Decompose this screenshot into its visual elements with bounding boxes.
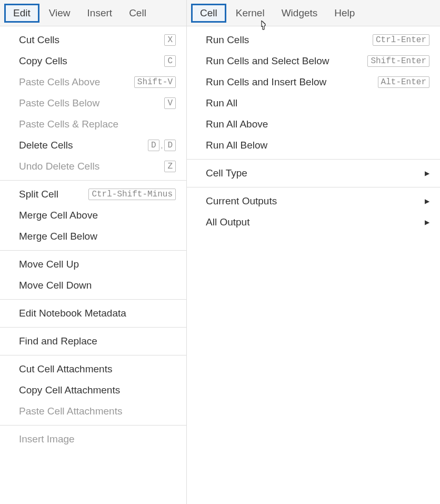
menu-label: Find and Replace bbox=[19, 335, 176, 347]
menu-divider bbox=[187, 159, 440, 160]
menu-current-outputs[interactable]: Current Outputs ▶ bbox=[187, 191, 440, 212]
menu-label: Merge Cell Above bbox=[19, 210, 176, 221]
key: D bbox=[164, 140, 176, 151]
chevron-right-icon: ▶ bbox=[425, 219, 429, 226]
menu-insert-image[interactable]: Insert Image bbox=[0, 429, 186, 450]
menu-label: Run Cells and Select Below bbox=[206, 55, 361, 67]
menubar-right: Cell Kernel Widgets Help bbox=[187, 0, 440, 26]
menu-label: Paste Cells & Replace bbox=[19, 118, 176, 130]
menu-divider bbox=[0, 327, 186, 328]
menubar-view[interactable]: View bbox=[42, 4, 78, 22]
menu-run-cells[interactable]: Run Cells Ctrl-Enter bbox=[187, 29, 440, 51]
menu-divider bbox=[187, 187, 440, 187]
edit-dropdown: Cut Cells X Copy Cells C Paste Cells Abo… bbox=[0, 26, 186, 453]
menu-copy-cell-attachments[interactable]: Copy Cell Attachments bbox=[0, 380, 186, 401]
menu-label: Copy Cell Attachments bbox=[19, 384, 176, 396]
menu-divider bbox=[0, 425, 186, 426]
key: Ctrl-Shift-Minus bbox=[88, 189, 176, 200]
menu-paste-cells-replace[interactable]: Paste Cells & Replace bbox=[0, 114, 186, 135]
menu-label: Cut Cells bbox=[19, 34, 158, 46]
menubar-insert[interactable]: Insert bbox=[80, 4, 120, 22]
menu-move-cell-up[interactable]: Move Cell Up bbox=[0, 254, 186, 275]
shortcut: Shift-Enter bbox=[367, 55, 429, 67]
menubar-left: Edit View Insert Cell bbox=[0, 0, 186, 26]
cell-dropdown: Run Cells Ctrl-Enter Run Cells and Selec… bbox=[187, 26, 440, 236]
menu-run-all[interactable]: Run All bbox=[187, 93, 440, 114]
menu-divider bbox=[0, 355, 186, 355]
menu-label: Cut Cell Attachments bbox=[19, 363, 176, 375]
key: D bbox=[148, 140, 159, 151]
menubar-cell[interactable]: Cell bbox=[122, 4, 154, 22]
menu-label: Move Cell Up bbox=[19, 259, 176, 270]
menu-divider bbox=[0, 299, 186, 300]
menu-cut-cell-attachments[interactable]: Cut Cell Attachments bbox=[0, 359, 186, 380]
menubar-edit[interactable]: Edit bbox=[4, 4, 39, 23]
shortcut: Z bbox=[164, 161, 176, 172]
menu-paste-cells-above[interactable]: Paste Cells Above Shift-V bbox=[0, 72, 186, 93]
menu-label: Copy Cells bbox=[19, 55, 158, 67]
shortcut: C bbox=[164, 55, 176, 67]
menu-find-and-replace[interactable]: Find and Replace bbox=[0, 331, 186, 352]
key-separator: , bbox=[161, 141, 163, 150]
menu-label: Paste Cells Above bbox=[19, 76, 128, 88]
menu-label: Paste Cells Below bbox=[19, 97, 158, 109]
menu-copy-cells[interactable]: Copy Cells C bbox=[0, 51, 186, 72]
menu-cell-type[interactable]: Cell Type ▶ bbox=[187, 163, 440, 184]
menu-all-output[interactable]: All Output ▶ bbox=[187, 212, 440, 233]
menu-label: Run Cells bbox=[206, 34, 366, 46]
menu-label: Move Cell Down bbox=[19, 280, 176, 291]
menu-run-cells-insert-below[interactable]: Run Cells and Insert Below Alt-Enter bbox=[187, 72, 440, 93]
menubar-help[interactable]: Help bbox=[327, 4, 362, 22]
menu-run-all-above[interactable]: Run All Above bbox=[187, 114, 440, 135]
key: Shift-V bbox=[134, 76, 176, 88]
shortcut: Alt-Enter bbox=[378, 76, 429, 88]
menu-undo-delete-cells[interactable]: Undo Delete Cells Z bbox=[0, 156, 186, 177]
menu-label: Paste Cell Attachments bbox=[19, 406, 176, 417]
shortcut: X bbox=[164, 34, 176, 46]
menu-divider bbox=[0, 180, 186, 181]
menu-merge-cell-below[interactable]: Merge Cell Below bbox=[0, 226, 186, 247]
menu-run-cells-select-below[interactable]: Run Cells and Select Below Shift-Enter bbox=[187, 51, 440, 72]
menu-paste-cell-attachments[interactable]: Paste Cell Attachments bbox=[0, 401, 186, 422]
menu-label: Run Cells and Insert Below bbox=[206, 76, 372, 88]
menu-label: Edit Notebook Metadata bbox=[19, 308, 176, 319]
edit-menu-panel: Edit View Insert Cell Cut Cells X Copy C… bbox=[0, 0, 187, 504]
menu-paste-cells-below[interactable]: Paste Cells Below V bbox=[0, 93, 186, 114]
key: X bbox=[164, 34, 176, 46]
menu-merge-cell-above[interactable]: Merge Cell Above bbox=[0, 205, 186, 226]
key: Alt-Enter bbox=[378, 76, 429, 88]
key: Shift-Enter bbox=[367, 55, 429, 67]
menu-label: All Output bbox=[206, 216, 419, 228]
key: Ctrl-Enter bbox=[373, 34, 429, 46]
menu-label: Insert Image bbox=[19, 433, 176, 445]
shortcut: Shift-V bbox=[134, 76, 176, 88]
menu-label: Run All Below bbox=[206, 140, 429, 151]
menu-label: Run All bbox=[206, 97, 429, 109]
key: V bbox=[164, 97, 176, 109]
menu-label: Split Cell bbox=[19, 189, 82, 200]
key: Z bbox=[164, 161, 176, 172]
menu-label: Delete Cells bbox=[19, 140, 142, 151]
menubar-kernel[interactable]: Kernel bbox=[228, 4, 272, 22]
menu-label: Undo Delete Cells bbox=[19, 161, 158, 172]
menu-edit-notebook-metadata[interactable]: Edit Notebook Metadata bbox=[0, 303, 186, 324]
chevron-right-icon: ▶ bbox=[425, 197, 429, 205]
menu-label: Cell Type bbox=[206, 167, 419, 179]
shortcut: Ctrl-Enter bbox=[373, 34, 429, 46]
menu-label: Merge Cell Below bbox=[19, 231, 176, 242]
menu-delete-cells[interactable]: Delete Cells D , D bbox=[0, 135, 186, 156]
menu-divider bbox=[0, 250, 186, 251]
menubar-widgets[interactable]: Widgets bbox=[274, 4, 325, 22]
menu-move-cell-down[interactable]: Move Cell Down bbox=[0, 275, 186, 296]
menu-split-cell[interactable]: Split Cell Ctrl-Shift-Minus bbox=[0, 184, 186, 205]
shortcut: V bbox=[164, 97, 176, 109]
chevron-right-icon: ▶ bbox=[425, 170, 429, 177]
menu-label: Run All Above bbox=[206, 118, 429, 130]
cell-menu-panel: Cell Kernel Widgets Help Run Cells Ctrl-… bbox=[187, 0, 440, 504]
menubar-cell[interactable]: Cell bbox=[191, 4, 226, 23]
menu-label: Current Outputs bbox=[206, 195, 419, 207]
menu-run-all-below[interactable]: Run All Below bbox=[187, 135, 440, 156]
shortcut: D , D bbox=[148, 140, 176, 151]
menu-cut-cells[interactable]: Cut Cells X bbox=[0, 29, 186, 51]
key: C bbox=[164, 55, 176, 67]
